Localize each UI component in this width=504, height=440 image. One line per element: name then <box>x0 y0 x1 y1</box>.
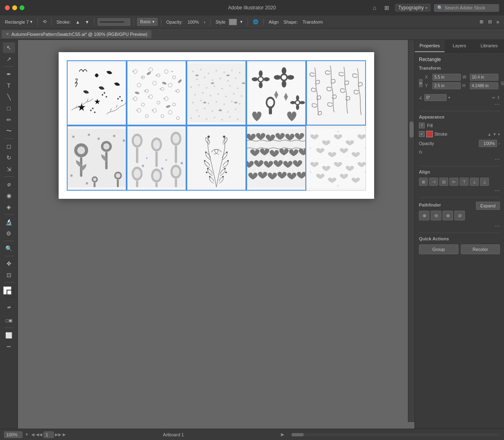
eraser-tool[interactable]: ◻ <box>3 141 15 152</box>
pathfinder-more-button[interactable]: ··· <box>419 223 500 229</box>
transform-icon[interactable]: ⟲ <box>41 18 48 25</box>
pathfinder-intersect-icon[interactable]: ⊗ <box>443 211 453 220</box>
pattern-cell-3[interactable] <box>186 60 246 125</box>
pin-icon[interactable]: ⊟ <box>486 18 493 25</box>
align-center-h-icon[interactable]: ⊟ <box>439 178 448 186</box>
horizontal-scrollbar[interactable] <box>291 433 500 436</box>
more-tools-icon[interactable]: ••• <box>3 341 15 352</box>
minimize-button[interactable] <box>12 5 17 10</box>
flip-horizontal-icon[interactable]: ⇔ <box>492 95 495 100</box>
stroke-up-arrow[interactable]: ▲ <box>74 19 82 25</box>
zoom-input[interactable] <box>4 431 22 438</box>
scroll-thumb[interactable] <box>410 121 414 138</box>
select-tool[interactable]: ↖ <box>3 42 15 53</box>
angle-input[interactable] <box>424 94 447 101</box>
nav-next-icon[interactable]: ▶ <box>63 432 66 437</box>
appearance-more-button[interactable]: ··· <box>419 156 500 163</box>
recolor-button[interactable]: Recolor <box>461 244 500 254</box>
nav-prev-icon[interactable]: ◀ <box>31 432 35 437</box>
zoom-dropdown-icon[interactable]: ▾ <box>26 432 28 437</box>
stroke-color-swatch[interactable] <box>426 131 433 137</box>
align-left-icon[interactable]: ⊣ <box>429 178 438 186</box>
opacity-input[interactable] <box>479 140 497 147</box>
pathfinder-exclude-icon[interactable]: ⊘ <box>454 211 465 220</box>
align-more-button[interactable]: ··· <box>419 187 500 194</box>
zoom-tool[interactable]: 🔍 <box>3 243 15 254</box>
nav-first-icon[interactable]: ◀◀ <box>36 432 42 437</box>
direct-select-tool[interactable]: ↗ <box>3 54 15 64</box>
typography-button[interactable]: Typography ▾ <box>395 4 431 12</box>
freeform-gradient[interactable]: ◉ <box>3 190 15 201</box>
hand-tool[interactable]: ✥ <box>3 258 15 269</box>
globe-icon[interactable]: 🌐 <box>251 18 260 25</box>
transform-more-button[interactable]: ··· <box>419 101 500 108</box>
tab-layers[interactable]: Layers <box>445 40 474 52</box>
angle-dropdown-icon[interactable]: ▾ <box>448 95 450 100</box>
pattern-cell-4[interactable] <box>246 60 306 125</box>
pattern-cell-2[interactable] <box>127 60 186 125</box>
search-adobe-stock[interactable]: 🔍 Search Adobe Stock <box>434 4 499 12</box>
eyedropper-tool[interactable]: 🔬 <box>3 217 15 227</box>
type-tool[interactable]: T <box>3 80 15 91</box>
artboard-arrow-icon[interactable]: ▶ <box>281 432 284 437</box>
line-tool[interactable]: ╲ <box>3 92 15 102</box>
rectangle-tool[interactable]: □ <box>3 103 15 114</box>
pattern-cell-1[interactable] <box>67 60 127 125</box>
opacity-arrow[interactable]: › <box>202 19 207 25</box>
measure-tool[interactable]: ⚙ <box>3 228 15 239</box>
page-input[interactable] <box>44 431 54 438</box>
stroke-down-icon[interactable]: ▼ <box>493 132 497 136</box>
w-input[interactable] <box>470 74 498 81</box>
paintbrush-tool[interactable]: ✏ <box>3 114 15 125</box>
basic-button[interactable]: Basic ▾ <box>137 18 158 26</box>
close-button[interactable] <box>5 5 10 10</box>
stroke-down-arrow[interactable]: ▼ <box>83 19 91 25</box>
pattern-cell-6[interactable] <box>67 125 127 191</box>
rotate-tool[interactable]: ↻ <box>3 152 15 163</box>
pattern-cell-5[interactable] <box>306 60 366 125</box>
pathfinder-unite-icon[interactable]: ⊕ <box>419 211 429 220</box>
arrange-icon[interactable]: ⊞ <box>478 18 485 25</box>
swap-colors-icon[interactable]: ⇄ <box>3 302 15 312</box>
stroke-box[interactable] <box>98 18 130 26</box>
align-grid-icon[interactable]: ⊞ <box>419 178 428 186</box>
align-center-v-icon[interactable]: ⊥ <box>470 178 479 186</box>
style-dropdown-icon[interactable]: ▾ <box>239 18 244 25</box>
pattern-cell-7[interactable] <box>127 125 186 191</box>
style-swatch[interactable] <box>229 19 237 25</box>
group-button[interactable]: Group <box>419 244 458 254</box>
stroke-up-icon[interactable]: ▲ <box>487 132 491 136</box>
grid-icon[interactable]: ⊞ <box>382 4 392 12</box>
pathfinder-minus-icon[interactable]: ⊖ <box>431 211 441 220</box>
tab-close-icon[interactable]: ✕ <box>6 32 9 36</box>
home-icon[interactable]: ⌂ <box>370 4 379 12</box>
pencil-tool[interactable]: 〜 <box>3 126 15 136</box>
document-tab[interactable]: ✕ AutumnFlowersPatternSwatchCS5.ai* @ 10… <box>2 30 151 38</box>
pen-tool[interactable]: ✒ <box>3 69 15 79</box>
link-dimensions-icon[interactable]: ⛓ <box>501 81 504 86</box>
h-input[interactable] <box>470 82 498 89</box>
align-bottom-icon[interactable]: ⊥ <box>480 178 489 186</box>
align-top-icon[interactable]: ⊤ <box>460 178 469 186</box>
pattern-cell-8[interactable] <box>186 125 246 191</box>
nav-last-icon[interactable]: ▶▶ <box>55 432 61 437</box>
vertical-scrollbar[interactable] <box>408 40 414 422</box>
tab-libraries[interactable]: Libraries <box>474 40 504 52</box>
y-input[interactable] <box>432 82 461 89</box>
stroke-checkbox[interactable]: ✓ <box>419 131 425 137</box>
tab-properties[interactable]: Properties <box>415 40 445 52</box>
flip-vertical-icon[interactable]: ⇕ <box>497 95 500 100</box>
stroke-options-icon[interactable]: ▾ <box>498 132 500 136</box>
artboard-tool[interactable]: ⊡ <box>3 270 15 280</box>
color-mode-icon[interactable]: ◻▣ <box>3 315 15 326</box>
screen-mode-icon[interactable]: ⬜ <box>3 330 15 341</box>
maximize-button[interactable] <box>20 5 24 10</box>
fill-checkbox[interactable]: ? <box>419 123 425 128</box>
pattern-cell-10[interactable] <box>306 125 366 191</box>
warp-tool[interactable]: ⌀ <box>3 179 15 189</box>
stroke-color[interactable] <box>7 290 15 298</box>
expand-button[interactable]: Expand <box>476 202 500 210</box>
color-boxes[interactable] <box>3 286 15 298</box>
align-right-icon[interactable]: ⊢ <box>449 178 458 186</box>
tool-selector[interactable]: Rectangle 7 ▾ <box>3 18 34 25</box>
